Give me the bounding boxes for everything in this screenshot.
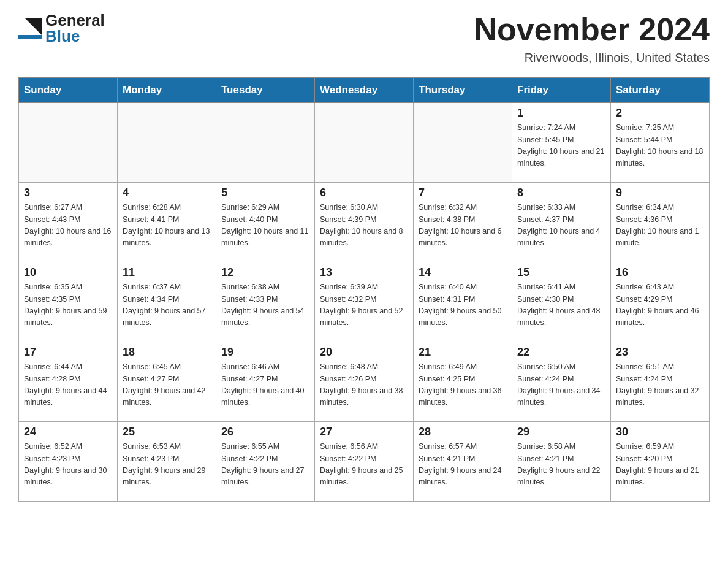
calendar-cell: 23Sunrise: 6:51 AMSunset: 4:24 PMDayligh…	[611, 342, 710, 422]
day-info: Sunrise: 6:53 AMSunset: 4:23 PMDaylight:…	[123, 441, 211, 489]
svg-marker-0	[25, 18, 42, 35]
calendar-cell	[216, 103, 315, 183]
day-info: Sunrise: 6:40 AMSunset: 4:31 PMDaylight:…	[419, 282, 507, 329]
calendar-cell: 26Sunrise: 6:55 AMSunset: 4:22 PMDayligh…	[216, 422, 315, 502]
day-info: Sunrise: 6:30 AMSunset: 4:39 PMDaylight:…	[320, 202, 408, 250]
week-row-1: 1Sunrise: 7:24 AMSunset: 5:45 PMDaylight…	[19, 103, 710, 183]
calendar-cell: 16Sunrise: 6:43 AMSunset: 4:29 PMDayligh…	[611, 262, 710, 342]
week-row-5: 24Sunrise: 6:52 AMSunset: 4:23 PMDayligh…	[19, 422, 710, 502]
page-header: General Blue November 2024 Riverwoods, I…	[18, 12, 710, 65]
calendar-cell: 17Sunrise: 6:44 AMSunset: 4:28 PMDayligh…	[19, 342, 118, 422]
calendar-cell: 14Sunrise: 6:40 AMSunset: 4:31 PMDayligh…	[414, 262, 512, 342]
day-info: Sunrise: 6:55 AMSunset: 4:22 PMDaylight:…	[221, 441, 309, 489]
calendar-cell: 9Sunrise: 6:34 AMSunset: 4:36 PMDaylight…	[611, 183, 710, 262]
day-number: 4	[123, 186, 211, 199]
calendar-cell: 6Sunrise: 6:30 AMSunset: 4:39 PMDaylight…	[315, 183, 414, 262]
day-info: Sunrise: 7:25 AMSunset: 5:44 PMDaylight:…	[616, 122, 704, 170]
day-info: Sunrise: 6:50 AMSunset: 4:24 PMDaylight:…	[517, 361, 605, 409]
logo-general-text: General	[45, 12, 105, 28]
calendar-cell: 24Sunrise: 6:52 AMSunset: 4:23 PMDayligh…	[19, 422, 118, 502]
calendar-cell: 22Sunrise: 6:50 AMSunset: 4:24 PMDayligh…	[512, 342, 611, 422]
calendar-cell: 12Sunrise: 6:38 AMSunset: 4:33 PMDayligh…	[216, 262, 315, 342]
calendar-cell	[414, 103, 512, 183]
day-number: 17	[24, 346, 112, 359]
weekday-row: SundayMondayTuesdayWednesdayThursdayFrid…	[19, 78, 710, 103]
svg-rect-1	[18, 35, 42, 39]
calendar-cell: 3Sunrise: 6:27 AMSunset: 4:43 PMDaylight…	[19, 183, 118, 262]
day-number: 14	[419, 266, 507, 279]
calendar-header: SundayMondayTuesdayWednesdayThursdayFrid…	[19, 78, 710, 103]
logo-blue-text: Blue	[45, 28, 105, 44]
location-text: Riverwoods, Illinois, United States	[474, 51, 710, 65]
day-info: Sunrise: 6:45 AMSunset: 4:27 PMDaylight:…	[123, 361, 211, 409]
day-number: 30	[616, 426, 704, 439]
day-number: 11	[123, 266, 211, 279]
day-number: 8	[517, 186, 605, 199]
day-info: Sunrise: 6:51 AMSunset: 4:24 PMDaylight:…	[616, 361, 704, 409]
day-number: 22	[517, 346, 605, 359]
day-info: Sunrise: 6:27 AMSunset: 4:43 PMDaylight:…	[24, 202, 112, 250]
logo-text-group: General Blue	[45, 12, 105, 44]
day-number: 13	[320, 266, 408, 279]
day-info: Sunrise: 6:32 AMSunset: 4:38 PMDaylight:…	[419, 202, 507, 250]
day-info: Sunrise: 6:41 AMSunset: 4:30 PMDaylight:…	[517, 282, 605, 329]
calendar-cell: 19Sunrise: 6:46 AMSunset: 4:27 PMDayligh…	[216, 342, 315, 422]
weekday-header-thursday: Thursday	[414, 78, 512, 103]
day-number: 12	[221, 266, 309, 279]
calendar-cell: 1Sunrise: 7:24 AMSunset: 5:45 PMDaylight…	[512, 103, 611, 183]
day-info: Sunrise: 6:39 AMSunset: 4:32 PMDaylight:…	[320, 282, 408, 329]
day-info: Sunrise: 6:59 AMSunset: 4:20 PMDaylight:…	[616, 441, 704, 489]
calendar-table: SundayMondayTuesdayWednesdayThursdayFrid…	[18, 77, 710, 502]
day-info: Sunrise: 6:37 AMSunset: 4:34 PMDaylight:…	[123, 282, 211, 329]
weekday-header-saturday: Saturday	[611, 78, 710, 103]
day-info: Sunrise: 6:58 AMSunset: 4:21 PMDaylight:…	[517, 441, 605, 489]
day-number: 21	[419, 346, 507, 359]
calendar-cell: 27Sunrise: 6:56 AMSunset: 4:22 PMDayligh…	[315, 422, 414, 502]
calendar-body: 1Sunrise: 7:24 AMSunset: 5:45 PMDaylight…	[19, 103, 710, 502]
day-number: 19	[221, 346, 309, 359]
day-info: Sunrise: 6:52 AMSunset: 4:23 PMDaylight:…	[24, 441, 112, 489]
calendar-cell: 21Sunrise: 6:49 AMSunset: 4:25 PMDayligh…	[414, 342, 512, 422]
calendar-cell: 11Sunrise: 6:37 AMSunset: 4:34 PMDayligh…	[118, 262, 216, 342]
day-info: Sunrise: 6:57 AMSunset: 4:21 PMDaylight:…	[419, 441, 507, 489]
calendar-cell: 18Sunrise: 6:45 AMSunset: 4:27 PMDayligh…	[118, 342, 216, 422]
day-number: 5	[221, 186, 309, 199]
day-number: 9	[616, 186, 704, 199]
calendar-cell: 2Sunrise: 7:25 AMSunset: 5:44 PMDaylight…	[611, 103, 710, 183]
day-info: Sunrise: 6:46 AMSunset: 4:27 PMDaylight:…	[221, 361, 309, 409]
day-info: Sunrise: 6:34 AMSunset: 4:36 PMDaylight:…	[616, 202, 704, 250]
day-number: 20	[320, 346, 408, 359]
title-section: November 2024 Riverwoods, Illinois, Unit…	[474, 12, 710, 65]
calendar-cell	[19, 103, 118, 183]
day-number: 28	[419, 426, 507, 439]
calendar-cell: 25Sunrise: 6:53 AMSunset: 4:23 PMDayligh…	[118, 422, 216, 502]
day-info: Sunrise: 6:29 AMSunset: 4:40 PMDaylight:…	[221, 202, 309, 250]
logo-icon	[18, 18, 42, 39]
day-number: 3	[24, 186, 112, 199]
day-info: Sunrise: 6:33 AMSunset: 4:37 PMDaylight:…	[517, 202, 605, 250]
calendar-cell: 30Sunrise: 6:59 AMSunset: 4:20 PMDayligh…	[611, 422, 710, 502]
calendar-cell: 5Sunrise: 6:29 AMSunset: 4:40 PMDaylight…	[216, 183, 315, 262]
calendar-cell: 15Sunrise: 6:41 AMSunset: 4:30 PMDayligh…	[512, 262, 611, 342]
weekday-header-friday: Friday	[512, 78, 611, 103]
day-number: 26	[221, 426, 309, 439]
day-number: 29	[517, 426, 605, 439]
day-number: 6	[320, 186, 408, 199]
calendar-cell: 8Sunrise: 6:33 AMSunset: 4:37 PMDaylight…	[512, 183, 611, 262]
day-info: Sunrise: 6:43 AMSunset: 4:29 PMDaylight:…	[616, 282, 704, 329]
calendar-cell: 29Sunrise: 6:58 AMSunset: 4:21 PMDayligh…	[512, 422, 611, 502]
day-info: Sunrise: 6:44 AMSunset: 4:28 PMDaylight:…	[24, 361, 112, 409]
calendar-cell: 10Sunrise: 6:35 AMSunset: 4:35 PMDayligh…	[19, 262, 118, 342]
day-info: Sunrise: 6:35 AMSunset: 4:35 PMDaylight:…	[24, 282, 112, 329]
calendar-cell	[118, 103, 216, 183]
weekday-header-sunday: Sunday	[19, 78, 118, 103]
calendar-cell: 13Sunrise: 6:39 AMSunset: 4:32 PMDayligh…	[315, 262, 414, 342]
day-number: 7	[419, 186, 507, 199]
day-number: 24	[24, 426, 112, 439]
calendar-cell: 7Sunrise: 6:32 AMSunset: 4:38 PMDaylight…	[414, 183, 512, 262]
calendar-cell	[315, 103, 414, 183]
day-info: Sunrise: 6:48 AMSunset: 4:26 PMDaylight:…	[320, 361, 408, 409]
calendar-cell: 28Sunrise: 6:57 AMSunset: 4:21 PMDayligh…	[414, 422, 512, 502]
day-number: 16	[616, 266, 704, 279]
day-info: Sunrise: 7:24 AMSunset: 5:45 PMDaylight:…	[517, 122, 605, 170]
